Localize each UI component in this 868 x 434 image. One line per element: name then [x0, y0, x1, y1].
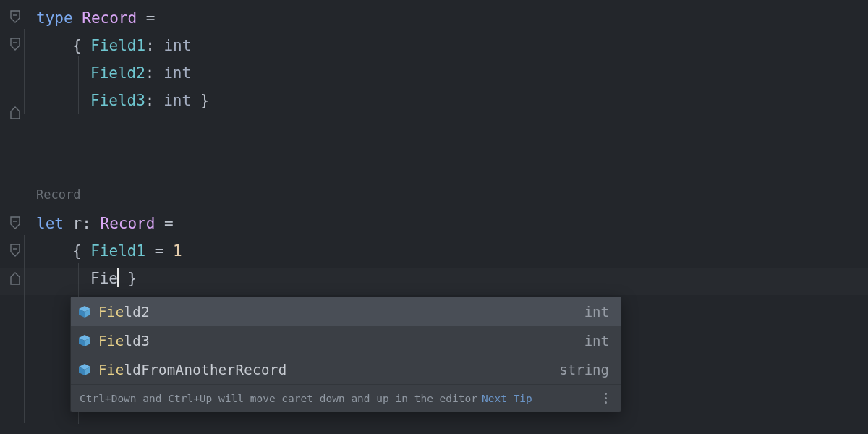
type-name: Record — [101, 215, 156, 232]
brace-open: { — [72, 242, 90, 260]
code-line: let r: Record = — [36, 210, 174, 237]
brace-open: { — [72, 37, 90, 54]
equals: = — [146, 9, 156, 27]
number-literal: 1 — [173, 242, 182, 260]
fold-marker-icon[interactable] — [10, 216, 20, 229]
field-name: Field2 — [90, 64, 145, 82]
field-icon — [78, 334, 91, 347]
indent-guide — [24, 235, 25, 423]
code-line: Fie } — [90, 265, 137, 292]
keyword: let — [36, 215, 64, 232]
completion-type: int — [584, 299, 609, 325]
fold-marker-icon[interactable] — [10, 10, 20, 23]
code-line: Field3: int } — [90, 87, 209, 114]
code-line: Field2: int — [90, 59, 191, 87]
field-icon — [78, 363, 91, 376]
completion-label: Field2 — [98, 299, 584, 325]
fold-end-marker-icon[interactable] — [10, 272, 20, 285]
type-annotation: int — [163, 64, 191, 82]
type-name: Record — [82, 9, 137, 27]
gutter — [0, 0, 30, 434]
completion-popup[interactable]: Field2 int Field3 int FieldFromAnotherRe… — [70, 297, 621, 412]
code-line: type Record = — [36, 4, 155, 32]
completion-label: Field3 — [98, 328, 584, 354]
indent-guide — [24, 29, 25, 114]
binding-name: r — [73, 215, 82, 232]
fold-marker-icon[interactable] — [10, 38, 20, 51]
completion-type: int — [584, 328, 609, 354]
field-name: Field3 — [90, 92, 145, 109]
inlay-hint: Record — [36, 181, 80, 208]
field-icon — [78, 305, 91, 318]
type-annotation: int — [163, 92, 191, 109]
brace-close: } — [191, 92, 209, 109]
code-line: { Field1: int — [72, 32, 191, 59]
fold-marker-icon[interactable] — [10, 244, 20, 257]
completion-type: string — [559, 357, 609, 383]
more-options-icon[interactable] — [599, 393, 612, 404]
code-area[interactable]: type Record = { Field1: int Field2: int … — [36, 0, 73, 434]
completion-item[interactable]: FieldFromAnotherRecord string — [71, 355, 621, 384]
field-name: Field1 — [90, 242, 145, 260]
code-editor[interactable]: type Record = { Field1: int Field2: int … — [0, 0, 868, 434]
keyword: type — [36, 9, 73, 27]
completion-item[interactable]: Field3 int — [71, 326, 621, 355]
partial-identifier: Fie — [90, 270, 118, 287]
completion-label: FieldFromAnotherRecord — [98, 357, 559, 383]
next-tip-link[interactable]: Next Tip — [482, 386, 532, 412]
brace-close: } — [119, 270, 137, 287]
type-annotation: int — [163, 37, 191, 54]
code-line: { Field1 = 1 — [72, 237, 182, 265]
completion-hint-text: Ctrl+Down and Ctrl+Up will move caret do… — [80, 386, 477, 412]
completion-hint-bar: Ctrl+Down and Ctrl+Up will move caret do… — [71, 384, 621, 412]
completion-item[interactable]: Field2 int — [71, 297, 621, 326]
indent-guide — [78, 56, 79, 114]
field-name: Field1 — [90, 37, 145, 54]
fold-end-marker-icon[interactable] — [10, 106, 20, 119]
